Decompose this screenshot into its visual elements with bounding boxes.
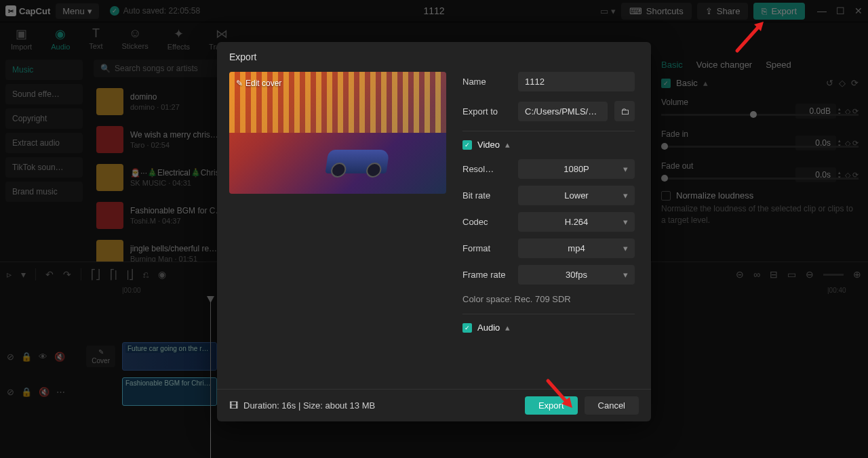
- resolution-select[interactable]: 1080P: [518, 159, 635, 179]
- folder-button[interactable]: 🗀: [614, 101, 635, 121]
- chevron-up-icon: ▴: [505, 140, 510, 150]
- name-input[interactable]: 1112: [518, 72, 635, 91]
- framerate-select[interactable]: 30fps: [518, 265, 635, 285]
- exportto-label: Export to: [462, 106, 511, 117]
- edit-cover-button[interactable]: ✎Edit cover: [236, 79, 281, 88]
- video-check[interactable]: ✓: [462, 140, 472, 150]
- modal-cancel-button[interactable]: Cancel: [585, 396, 639, 415]
- bitrate-label: Bit rate: [462, 190, 511, 201]
- audio-check[interactable]: ✓: [462, 323, 472, 333]
- name-label: Name: [462, 77, 511, 87]
- modal-export-button[interactable]: Export: [525, 396, 578, 415]
- pencil-icon: ✎: [236, 79, 243, 88]
- format-select[interactable]: mp4: [518, 238, 635, 258]
- colorspace-label: Color space: Rec. 709 SDR: [462, 294, 635, 304]
- codec-label: Codec: [462, 217, 511, 227]
- codec-select[interactable]: H.264: [518, 212, 635, 232]
- exportto-input[interactable]: C:/Users/PMLS/Pictur…: [518, 102, 608, 121]
- audio-section[interactable]: ✓ Audio ▴: [462, 314, 635, 333]
- chevron-up-icon: ▴: [505, 322, 510, 333]
- export-modal: Export ✎Edit cover Name 1112 Export to C…: [217, 42, 651, 421]
- resolution-label: Resol…: [462, 164, 511, 174]
- cover-preview[interactable]: ✎Edit cover: [229, 72, 446, 194]
- modal-title: Export: [217, 42, 651, 72]
- framerate-label: Frame rate: [462, 270, 511, 280]
- video-section[interactable]: ✓ Video ▴: [462, 131, 635, 150]
- bitrate-select[interactable]: Lower: [518, 186, 635, 205]
- footer-info: 🎞 Duration: 16s | Size: about 13 MB: [229, 400, 375, 411]
- folder-icon: 🗀: [620, 106, 629, 117]
- format-label: Format: [462, 243, 511, 253]
- film-icon: 🎞: [229, 400, 238, 411]
